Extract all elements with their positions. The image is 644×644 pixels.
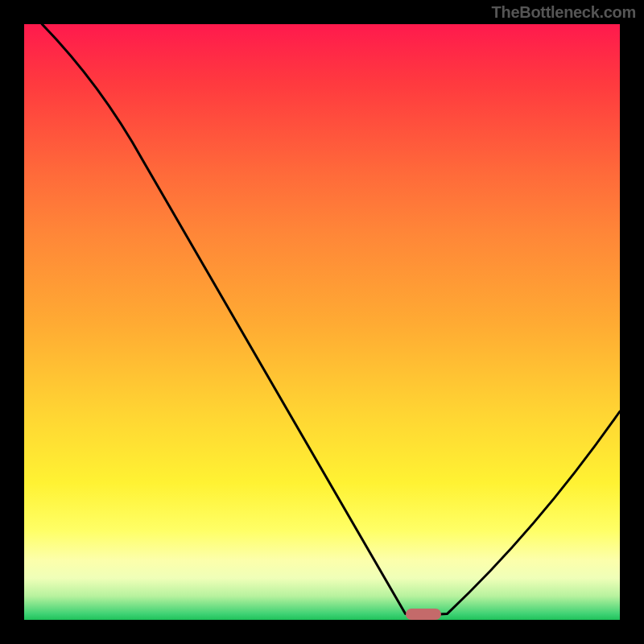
optimal-point-marker bbox=[406, 609, 441, 620]
bottleneck-curve bbox=[24, 24, 620, 620]
chart-container: TheBottleneck.com bbox=[0, 0, 644, 644]
curve-path bbox=[42, 24, 620, 615]
attribution-label: TheBottleneck.com bbox=[492, 3, 636, 22]
